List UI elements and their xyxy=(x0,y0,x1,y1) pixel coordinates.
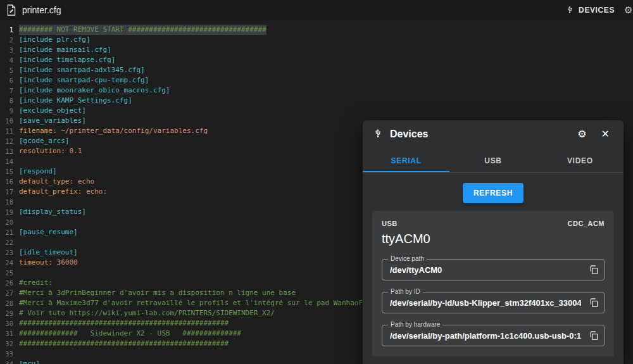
copy-button[interactable] xyxy=(587,329,600,342)
line-number: 24 xyxy=(0,258,19,268)
line-number: 27 xyxy=(0,288,19,298)
line-number: 30 xyxy=(0,318,19,329)
copy-button[interactable] xyxy=(587,263,600,276)
code-text: [include plr.cfg] xyxy=(19,35,91,45)
field-label: Device path xyxy=(388,255,427,262)
line-number: 32 xyxy=(0,339,19,349)
field-value: /dev/serial/by-id/usb-Klipper_stm32f401x… xyxy=(390,298,581,308)
code-line[interactable]: 6[include smartpad-cpu-temp.cfg] xyxy=(0,75,633,85)
code-text: timeout: 36000 xyxy=(19,258,78,268)
line-number: 26 xyxy=(0,278,19,288)
path-by-hardware-field[interactable]: Path by hardware /dev/serial/by-path/pla… xyxy=(382,325,605,346)
file-edit-icon xyxy=(6,4,16,16)
path-by-id-field[interactable]: Path by ID /dev/serial/by-id/usb-Klipper… xyxy=(382,292,605,313)
code-text: ########################################… xyxy=(19,318,229,329)
code-text: default_type: echo xyxy=(19,177,94,187)
code-text: [save_variables] xyxy=(19,116,86,126)
close-icon[interactable]: ✕ xyxy=(598,128,613,141)
code-line[interactable]: 4[include timelapse.cfg] xyxy=(0,55,633,65)
field-value: /dev/serial/by-path/platform-1c1c400.usb… xyxy=(390,331,581,341)
line-number: 14 xyxy=(0,156,19,166)
device-path-field[interactable]: Device path /dev/ttyACM0 xyxy=(382,259,605,280)
tab-usb[interactable]: USB xyxy=(449,148,536,172)
line-number: 20 xyxy=(0,217,19,227)
line-number: 28 xyxy=(0,298,19,308)
device-bus-label: USB xyxy=(382,220,398,227)
device-name: ttyACM0 xyxy=(382,232,605,246)
code-text: [include mainsail.cfg] xyxy=(19,45,111,55)
copy-icon xyxy=(589,300,599,310)
line-number: 29 xyxy=(0,308,19,318)
top-bar: printer.cfg DEVICES ⚙ xyxy=(0,0,633,20)
line-number: 1 xyxy=(0,25,19,35)
line-number: 34 xyxy=(0,359,19,364)
code-text: [idle_timeout] xyxy=(19,248,78,258)
line-number: 15 xyxy=(0,166,19,177)
line-number: 5 xyxy=(0,65,19,75)
copy-button[interactable] xyxy=(587,296,600,309)
code-text: [include timelapse.cfg] xyxy=(19,55,115,65)
code-text: # Voir tuto https://wiki.yumi-lab.com/PR… xyxy=(19,308,275,318)
line-number: 4 xyxy=(0,55,19,65)
copy-icon xyxy=(589,267,599,277)
code-text: [include smartpad-cpu-temp.cfg] xyxy=(19,75,149,85)
line-number: 23 xyxy=(0,248,19,258)
device-card-header: USB CDC_ACM xyxy=(382,220,605,227)
line-number: 7 xyxy=(0,85,19,96)
code-line[interactable]: 3[include mainsail.cfg] xyxy=(0,45,633,55)
device-type-badge: CDC_ACM xyxy=(568,220,605,227)
line-number: 3 xyxy=(0,45,19,55)
dialog-header: Devices ⚙ ✕ xyxy=(363,120,624,148)
line-number: 13 xyxy=(0,146,19,156)
dialog-title: Devices xyxy=(390,129,567,140)
code-text: ########################################… xyxy=(19,339,229,349)
line-number: 11 xyxy=(0,126,19,136)
code-text: #credit: xyxy=(19,278,53,288)
line-number: 21 xyxy=(0,227,19,237)
gear-icon[interactable]: ⚙ xyxy=(573,128,590,141)
line-number: 6 xyxy=(0,75,19,85)
usb-icon xyxy=(373,127,383,141)
code-text: filename: ~/printer_data/config/variable… xyxy=(19,126,208,136)
code-text: default_prefix: echo: xyxy=(19,187,107,197)
code-line[interactable]: 9[exclude_object] xyxy=(0,106,633,116)
code-line[interactable]: 8[include KAMP_Settings.cfg] xyxy=(0,96,633,106)
code-line[interactable]: 7[include moonraker_obico_macros.cfg] xyxy=(0,85,633,96)
line-number: 10 xyxy=(0,116,19,126)
line-number: 18 xyxy=(0,197,19,207)
code-line[interactable]: 1######## NOT REMOVE START #############… xyxy=(0,25,633,35)
devices-button-label: DEVICES xyxy=(579,6,615,15)
code-text: resolution: 0.1 xyxy=(19,146,82,156)
tab-video[interactable]: VIDEO xyxy=(537,148,624,172)
dialog-tabs: SERIAL USB VIDEO xyxy=(363,148,624,173)
tab-serial[interactable]: SERIAL xyxy=(363,148,449,172)
line-number: 12 xyxy=(0,136,19,146)
devices-dialog: Devices ⚙ ✕ SERIAL USB VIDEO REFRESH USB… xyxy=(363,120,624,364)
line-number: 19 xyxy=(0,207,19,217)
refresh-button[interactable]: REFRESH xyxy=(463,183,523,203)
field-label: Path by hardware xyxy=(388,321,442,328)
usb-icon xyxy=(565,4,574,16)
line-number: 25 xyxy=(0,268,19,278)
line-number: 31 xyxy=(0,329,19,339)
line-number: 9 xyxy=(0,106,19,116)
code-line[interactable]: 2[include plr.cfg] xyxy=(0,35,633,45)
code-text: ############## Sidewinder X2 - USB #####… xyxy=(19,329,241,339)
code-text: #Merci à Maxime3d77 d'avoir retravaillé … xyxy=(19,298,375,308)
code-text: [respond] xyxy=(19,166,57,177)
code-text: [pause_resume] xyxy=(19,227,78,237)
app-window: printer.cfg DEVICES ⚙ 1######## NOT REMO… xyxy=(0,0,633,364)
line-number: 2 xyxy=(0,35,19,45)
code-text: [display_status] xyxy=(19,207,86,217)
line-number: 8 xyxy=(0,96,19,106)
code-text: [include KAMP_Settings.cfg] xyxy=(19,96,132,106)
code-text: [mcu] xyxy=(19,359,40,364)
line-number: 22 xyxy=(0,237,19,248)
devices-button[interactable]: DEVICES xyxy=(561,2,618,19)
field-label: Path by ID xyxy=(388,288,423,295)
line-number: 17 xyxy=(0,187,19,197)
partial-toolbar-icon[interactable]: ⚙ xyxy=(624,4,633,16)
page-title: printer.cfg xyxy=(22,5,61,15)
code-line[interactable]: 5[include smartpad-adxl345.cfg] xyxy=(0,65,633,75)
code-text: ######## NOT REMOVE START ##############… xyxy=(19,25,266,35)
